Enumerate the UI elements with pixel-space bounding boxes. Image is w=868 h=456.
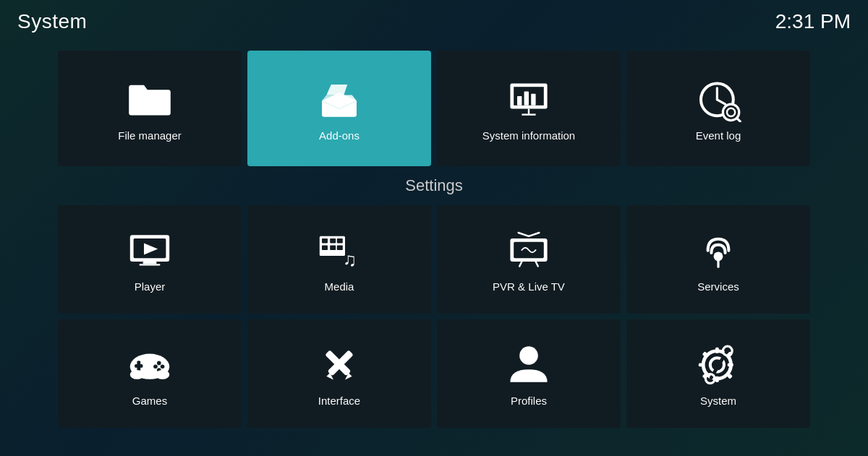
settings-section-label: Settings	[58, 172, 810, 199]
svg-point-32	[714, 251, 723, 261]
svg-line-27	[529, 233, 539, 236]
tile-label: Player	[135, 280, 166, 293]
tile-label: Add-ons	[319, 129, 359, 142]
svg-point-42	[156, 370, 169, 379]
tile-file-manager[interactable]: File manager	[58, 51, 242, 166]
svg-line-11	[737, 118, 741, 122]
tile-add-ons[interactable]: Add-ons	[247, 51, 431, 166]
svg-point-38	[161, 364, 165, 369]
svg-rect-24	[337, 245, 343, 249]
addons-icon	[316, 76, 362, 122]
settings-row-2: Games Interface Profiles	[58, 319, 810, 428]
system-icon	[695, 341, 741, 387]
svg-rect-36	[137, 361, 140, 371]
interface-icon	[316, 341, 362, 387]
tile-profiles[interactable]: Profiles	[437, 319, 621, 428]
tile-label: PVR & Live TV	[493, 280, 565, 293]
tile-label: File manager	[118, 129, 182, 142]
svg-rect-3	[524, 91, 529, 105]
svg-point-41	[130, 370, 144, 379]
media-icon: ♫	[316, 227, 362, 273]
clock: 2:31 PM	[775, 10, 851, 33]
tile-label: Services	[697, 280, 739, 293]
svg-rect-21	[337, 238, 343, 243]
settings-row-1: Player ♫ Media	[58, 205, 810, 314]
svg-rect-23	[330, 245, 336, 249]
tile-label: Interface	[318, 395, 360, 407]
top-row: File manager Add-ons	[58, 51, 810, 166]
tile-games[interactable]: Games	[58, 319, 242, 428]
profiles-icon	[506, 341, 552, 387]
eventlog-icon	[695, 76, 741, 122]
svg-rect-16	[142, 262, 156, 264]
tile-label: System information	[482, 129, 575, 142]
svg-line-31	[536, 262, 538, 266]
tile-label: Profiles	[511, 395, 547, 407]
pvr-icon	[506, 227, 552, 273]
tile-player[interactable]: Player	[58, 205, 242, 314]
svg-rect-22	[322, 245, 328, 249]
tile-label: Event log	[696, 129, 741, 142]
svg-point-39	[153, 364, 158, 369]
svg-rect-4	[531, 93, 535, 105]
svg-line-30	[519, 262, 522, 266]
services-icon	[695, 227, 741, 273]
svg-text:♫: ♫	[343, 249, 357, 270]
svg-line-9	[717, 99, 725, 103]
svg-rect-50	[715, 347, 719, 353]
svg-rect-53	[728, 363, 733, 366]
tile-label: Media	[325, 280, 354, 293]
tile-system-information[interactable]: System information	[437, 51, 621, 166]
svg-point-37	[157, 361, 161, 365]
tile-label: System	[700, 395, 736, 407]
svg-line-26	[519, 233, 529, 236]
tile-services[interactable]: Services	[626, 205, 810, 314]
tile-media[interactable]: ♫ Media	[247, 205, 431, 314]
svg-rect-17	[140, 264, 161, 265]
app-title: System	[17, 10, 87, 33]
svg-point-47	[519, 346, 538, 365]
top-bar: System 2:31 PM	[0, 0, 868, 43]
player-icon	[127, 227, 173, 273]
games-icon	[127, 341, 173, 387]
svg-rect-52	[699, 363, 705, 366]
sysinfo-icon	[506, 76, 552, 122]
tile-system[interactable]: System	[626, 319, 810, 428]
svg-rect-2	[517, 96, 522, 106]
svg-rect-20	[330, 238, 336, 243]
tile-interface[interactable]: Interface	[247, 319, 431, 428]
main-content: File manager Add-ons	[0, 43, 868, 456]
tile-pvr[interactable]: PVR & Live TV	[437, 205, 621, 314]
tile-label: Games	[132, 395, 167, 407]
tile-event-log[interactable]: Event log	[626, 51, 810, 166]
svg-rect-19	[322, 238, 328, 243]
folder-icon	[127, 76, 173, 122]
